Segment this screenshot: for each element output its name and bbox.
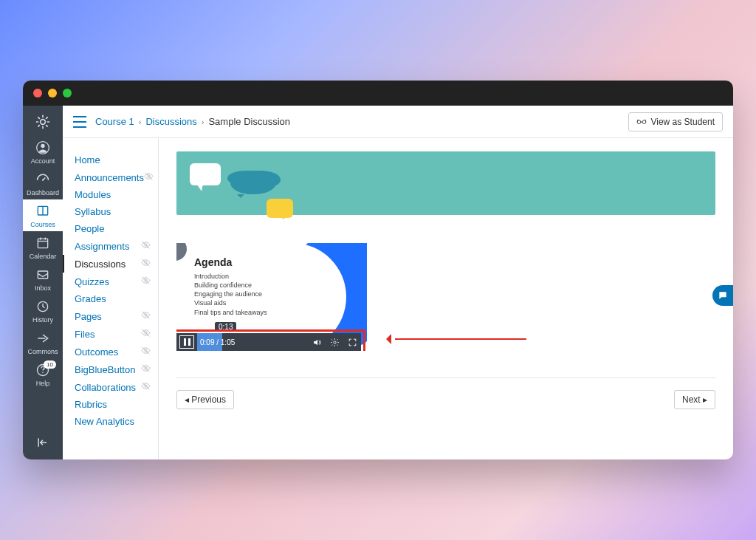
nav-label: Calendar (30, 253, 57, 260)
fullscreen-button[interactable] (343, 333, 361, 351)
course-nav-item[interactable]: Grades (63, 290, 158, 307)
view-as-student-button[interactable]: View as Student (628, 112, 723, 131)
nav-label: Collaborations (75, 382, 136, 393)
course-nav-item[interactable]: BigBlueButton (63, 360, 158, 378)
video-embed[interactable]: Agenda Introduction Building confidence … (176, 243, 367, 351)
global-nav-account[interactable]: Account (23, 136, 63, 168)
course-nav-item[interactable]: Announcements (63, 168, 158, 186)
svg-point-12 (42, 180, 44, 181)
global-nav-commons[interactable]: Commons (23, 327, 63, 358)
nav-label: Assignments (75, 241, 129, 252)
help-badge: 10 (44, 360, 56, 369)
content-area: Course 1 › Discussions › Sample Discussi… (63, 106, 733, 459)
history-icon (35, 298, 51, 315)
course-menu-toggle[interactable] (73, 116, 88, 128)
slide-line: Introduction (194, 272, 267, 281)
nav-label: Pages (75, 311, 102, 322)
course-nav-item[interactable]: Modules (63, 186, 158, 203)
global-nav-history[interactable]: History (23, 295, 63, 327)
pause-button[interactable] (179, 335, 194, 349)
nav-label: History (32, 316, 53, 324)
slide-line: Final tips and takeaways (194, 308, 267, 317)
hidden-icon (141, 258, 151, 270)
nav-label: Courses (30, 221, 55, 228)
course-nav-item[interactable]: Syllabus (63, 203, 158, 220)
calendar-icon (35, 235, 51, 251)
breadcrumb-separator: › (202, 117, 205, 126)
app-body: Account Dashboard Courses Calendar Inbox… (23, 106, 733, 459)
breadcrumb-course[interactable]: Course 1 (95, 116, 134, 127)
course-nav-item[interactable]: Discussions (63, 255, 158, 273)
window-close-button[interactable] (33, 89, 42, 98)
course-nav-item[interactable]: People (63, 220, 158, 237)
course-nav-item[interactable]: Quizzes (63, 273, 158, 290)
help-chat-button[interactable] (712, 285, 733, 306)
content-pane: Agenda Introduction Building confidence … (159, 138, 733, 459)
inbox-icon (35, 267, 51, 283)
nav-label: Dashboard (27, 189, 59, 196)
hidden-icon (141, 276, 151, 287)
course-nav-item[interactable]: Home (63, 151, 158, 168)
courses-icon (35, 203, 51, 219)
previous-button[interactable]: ◂ Previous (176, 390, 234, 409)
window-zoom-button[interactable] (63, 89, 72, 98)
button-label: View as Student (650, 117, 715, 127)
svg-line-5 (38, 117, 40, 119)
global-nav-courses[interactable]: Courses (23, 199, 63, 231)
volume-button[interactable] (308, 333, 326, 351)
breadcrumb-section[interactable]: Discussions (145, 116, 196, 127)
course-nav-item[interactable]: New Analytics (63, 413, 158, 430)
nav-label: People (75, 223, 104, 234)
hidden-icon (141, 310, 151, 322)
canvas-logo[interactable] (23, 110, 63, 133)
breadcrumbs: Course 1 › Discussions › Sample Discussi… (95, 116, 290, 127)
annotation-arrow (386, 336, 526, 342)
settings-button[interactable] (326, 333, 343, 351)
discussion-banner (176, 151, 715, 215)
progress-bar[interactable]: 0:09 / 1:05 (197, 333, 308, 351)
hidden-icon (141, 381, 151, 393)
time-display: 0:09 / 1:05 (197, 338, 235, 346)
collapse-icon (35, 434, 51, 451)
nav-label: Rubrics (75, 399, 107, 410)
hidden-icon (141, 240, 151, 252)
svg-point-44 (333, 341, 335, 343)
svg-point-10 (41, 144, 44, 148)
slide-line: Visual aids (194, 298, 267, 307)
global-nav-calendar[interactable]: Calendar (23, 231, 63, 263)
global-nav-collapse[interactable] (23, 431, 63, 454)
nav-label: Announcements (75, 172, 144, 183)
next-button[interactable]: Next ▸ (674, 390, 715, 409)
course-nav-item[interactable]: Assignments (63, 237, 158, 255)
titlebar (23, 81, 733, 106)
nav-label: New Analytics (75, 416, 134, 427)
global-nav-inbox[interactable]: Inbox (23, 263, 63, 295)
course-nav-item[interactable]: Collaborations (63, 378, 158, 396)
course-nav-item[interactable]: Pages (63, 307, 158, 325)
hidden-icon (141, 363, 151, 375)
nav-label: Quizzes (75, 276, 109, 287)
nav-label: Syllabus (75, 206, 111, 217)
course-nav-item[interactable]: Files (63, 325, 158, 343)
window-minimize-button[interactable] (48, 89, 57, 98)
breadcrumb-separator: › (139, 117, 142, 126)
nav-label: Outcomes (75, 346, 118, 358)
progress-tooltip: 0:13 (215, 322, 236, 332)
breadcrumb-current: Sample Discussion (208, 116, 290, 127)
video-region: Agenda Introduction Building confidence … (176, 243, 546, 351)
course-nav-item[interactable]: Outcomes (63, 343, 158, 360)
nav-label: Help (36, 380, 50, 387)
global-nav-dashboard[interactable]: Dashboard (23, 168, 63, 199)
svg-rect-15 (38, 239, 47, 248)
chat-icon (718, 290, 728, 301)
user-icon (35, 140, 51, 156)
commons-icon (35, 330, 51, 346)
nav-label: Commons (27, 348, 58, 355)
speech-bubble-icon (190, 163, 221, 185)
global-nav-help[interactable]: 10 Help (23, 358, 63, 390)
slide-line: Building confidence (194, 281, 267, 290)
nav-label: Files (75, 329, 94, 340)
svg-point-22 (42, 372, 44, 374)
nav-label: Modules (75, 189, 111, 200)
course-nav-item[interactable]: Rubrics (63, 396, 158, 413)
